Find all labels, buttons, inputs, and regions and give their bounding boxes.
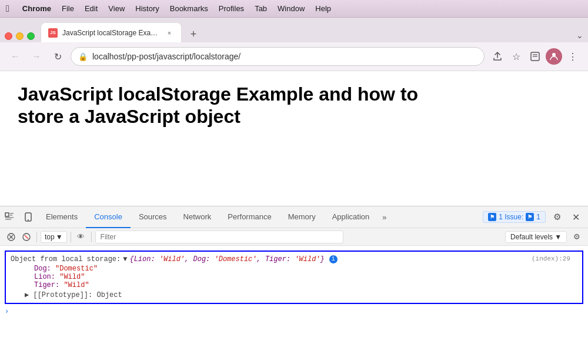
svg-rect-4 (5, 213, 9, 216)
menu-window[interactable]: Window (278, 4, 305, 13)
console-run-button[interactable] (20, 231, 33, 243)
lock-icon: 🔒 (78, 52, 88, 61)
refresh-button[interactable]: ↻ (49, 48, 66, 65)
devtools-panel: Elements Console Sources Network Perform… (0, 206, 588, 364)
new-tab-button[interactable]: + (185, 26, 202, 42)
menu-tab[interactable]: Tab (255, 4, 267, 13)
tab-favicon-icon: JS (48, 28, 58, 38)
more-icon[interactable]: ⋮ (564, 48, 581, 65)
devtools-toolbar: Elements Console Sources Network Perform… (0, 206, 588, 228)
toolbar-divider-2 (71, 232, 71, 242)
console-settings-button[interactable]: ⚙ (570, 231, 583, 243)
address-right-icons: ☆ ⋮ (489, 48, 581, 65)
svg-point-3 (552, 53, 556, 56)
console-toolbar-right: Default levels ▼ ⚙ (346, 231, 583, 243)
devtools-more-tabs-button[interactable]: » (377, 206, 391, 228)
devtools-tab-sources[interactable]: Sources (131, 206, 175, 228)
address-bar: ← → ↻ 🔒 localhost/pp-post/javascript/loc… (0, 42, 588, 71)
log-val-dog: "Domestic" (55, 265, 98, 273)
log-inline-object: {Lion: 'Wild', Dog: 'Domestic', Tiger: '… (129, 255, 324, 263)
devtools-settings-button[interactable]: ⚙ (549, 209, 564, 225)
log-entry-dog: Dog: "Domestic" (34, 265, 577, 273)
log-val-lion: "Wild" (59, 273, 85, 281)
console-input-line: › (0, 306, 588, 317)
issues-count: 1 (536, 213, 540, 221)
minimize-window-button[interactable] (16, 32, 24, 40)
devtools-issues-badge[interactable]: ⚑ 1 Issue: ⚑ 1 (483, 211, 546, 223)
share-icon[interactable] (489, 48, 506, 65)
devtools-tab-performance[interactable]: Performance (219, 206, 279, 228)
log-key-dog: Dog: (34, 265, 51, 273)
devtools-close-button[interactable]: ✕ (568, 209, 583, 225)
log-entry-tiger: Tiger: "Wild" (34, 281, 577, 289)
log-val-tiger: "Wild" (64, 281, 89, 289)
toolbar-divider (36, 232, 37, 242)
svg-point-6 (28, 219, 29, 221)
menu-view[interactable]: View (108, 4, 125, 13)
active-tab[interactable]: JS JavaScript localStorage Exam… × (41, 22, 182, 42)
console-prompt-icon: › (5, 308, 9, 316)
log-prefix-text: Object from local storage: (11, 255, 121, 263)
menu-edit[interactable]: Edit (85, 4, 98, 13)
issues-count-icon: ⚑ (526, 213, 534, 221)
devtools-toolbar-right: ⚑ 1 Issue: ⚑ 1 ⚙ ✕ (392, 209, 588, 225)
devtools-tab-console[interactable]: Console (86, 206, 131, 228)
url-text: localhost/pp-post/javascript/localstorag… (92, 52, 477, 61)
menu-chrome[interactable]: Chrome (22, 4, 51, 13)
devtools-tab-elements[interactable]: Elements (38, 206, 86, 228)
svg-line-11 (25, 235, 28, 239)
context-selector[interactable]: top ▼ (41, 231, 67, 243)
log-key-lion: Lion: (34, 273, 55, 281)
console-eye-button[interactable]: 👁 (75, 231, 88, 243)
log-key-tiger: Tiger: (34, 281, 59, 289)
page-content: JavaScript localStorage Example and how … (0, 71, 588, 140)
toolbar-divider-3 (91, 232, 92, 242)
page-heading: JavaScript localStorage Example and how … (18, 83, 429, 128)
info-icon[interactable]: i (329, 255, 338, 263)
menu-profiles[interactable]: Profiles (219, 4, 244, 13)
tab-list-chevron-icon[interactable]: ⌄ (576, 31, 583, 40)
url-bar[interactable]: 🔒 localhost/pp-post/javascript/localstor… (71, 47, 485, 66)
devtools-inspect-button[interactable] (1, 209, 18, 225)
context-chevron-icon: ▼ (56, 233, 63, 241)
close-window-button[interactable] (5, 32, 12, 40)
menu-bar:  Chrome File Edit View History Bookmark… (0, 0, 588, 18)
back-button[interactable]: ← (7, 48, 24, 65)
log-entry-lion: Lion: "Wild" (34, 273, 577, 281)
tab-title: JavaScript localStorage Exam… (62, 29, 160, 37)
console-output: Object from local storage: ▼ {Lion: 'Wil… (0, 246, 588, 319)
devtools-tab-application[interactable]: Application (324, 206, 378, 228)
issues-count-label: 1 Issue: (499, 213, 523, 221)
tab-search-icon[interactable] (527, 48, 543, 65)
devtools-mobile-button[interactable] (20, 209, 36, 225)
devtools-tab-network[interactable]: Network (175, 206, 220, 228)
menu-bookmarks[interactable]: Bookmarks (170, 4, 208, 13)
devtools-tab-memory[interactable]: Memory (280, 206, 324, 228)
context-label: top (45, 233, 55, 241)
expand-arrow-icon[interactable]: ▼ (123, 255, 127, 263)
issues-badge-icon: ⚑ (488, 213, 496, 221)
bookmark-icon[interactable]: ☆ (508, 48, 524, 65)
browser-chrome: JS JavaScript localStorage Exam… × + ⌄ ←… (0, 18, 588, 71)
forward-button[interactable]: → (28, 48, 45, 65)
browser-body: JavaScript localStorage Example and how … (0, 71, 588, 364)
menu-help[interactable]: Help (315, 4, 331, 13)
maximize-window-button[interactable] (27, 32, 35, 40)
tab-close-button[interactable]: × (165, 28, 174, 38)
menu-history[interactable]: History (135, 4, 159, 13)
tab-bar-right: ⌄ (202, 31, 583, 42)
tab-bar: JS JavaScript localStorage Exam… × + ⌄ (0, 18, 588, 42)
console-entry-wrapper: Object from local storage: ▼ {Lion: 'Wil… (0, 251, 588, 304)
console-clear-button[interactable] (5, 231, 18, 243)
log-prototype-entry: ▶ [[Prototype]]: Object (11, 290, 577, 299)
profile-icon[interactable] (546, 48, 562, 65)
console-filter-input[interactable] (95, 231, 343, 243)
console-log-entry: Object from local storage: ▼ {Lion: 'Wil… (5, 251, 583, 304)
log-levels-label: Default levels (510, 233, 553, 241)
log-prototype-text[interactable]: ▶ [[Prototype]]: Object (25, 291, 122, 299)
traffic-lights (5, 32, 35, 42)
log-levels-chevron-icon: ▼ (554, 233, 562, 241)
apple-logo-icon[interactable]:  (6, 4, 9, 14)
log-levels-selector[interactable]: Default levels ▼ (505, 231, 567, 243)
menu-file[interactable]: File (62, 4, 74, 13)
